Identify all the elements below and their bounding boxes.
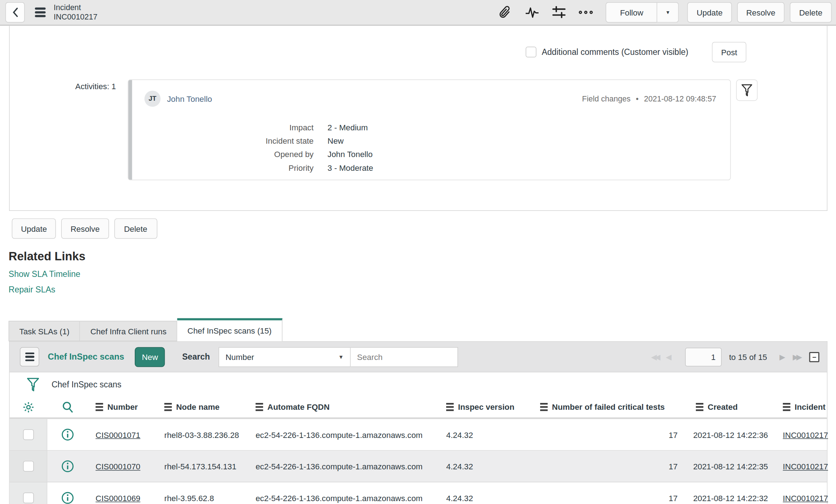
column-header-node-name[interactable]: Node name	[156, 403, 247, 412]
scan-number-link[interactable]: CIS0001069	[96, 494, 141, 503]
column-label: Number	[107, 403, 138, 412]
page-number-input[interactable]	[685, 347, 721, 366]
resolve-button-bottom[interactable]: Resolve	[61, 218, 109, 239]
related-lists-tabs: Task SLAs (1) Chef Infra Client runs Che…	[9, 318, 836, 341]
search-input[interactable]	[350, 347, 458, 367]
funnel-icon	[741, 84, 753, 97]
field-label: Priority	[214, 163, 314, 172]
row-checkbox[interactable]	[23, 429, 34, 440]
created-cell: 2021-08-12 14:22:36	[685, 430, 776, 439]
back-button[interactable]	[5, 2, 25, 22]
column-label: Number of failed critical tests	[552, 403, 665, 412]
personalize-form-button[interactable]	[550, 3, 568, 22]
delete-button-bottom[interactable]: Delete	[114, 218, 157, 239]
next-page-button[interactable]: ▶	[776, 352, 789, 361]
activity-stream-button[interactable]	[523, 3, 542, 22]
caret-down-icon: ▼	[665, 10, 670, 15]
column-header-inspec-version[interactable]: Inspec version	[438, 403, 532, 412]
field-label: Impact	[214, 123, 314, 132]
header-actions: Update Resolve Delete	[682, 2, 832, 22]
failed-critical-tests-cell: 17	[532, 494, 685, 503]
hamburger-icon	[25, 352, 34, 361]
record-type: Incident	[54, 3, 98, 12]
resolve-button[interactable]: Resolve	[737, 2, 784, 22]
activity-user-name: John Tonello	[167, 94, 212, 103]
more-options-button[interactable]	[577, 3, 595, 22]
field-value: 3 - Moderate	[328, 163, 716, 172]
inspec-version-cell: 4.24.32	[438, 462, 532, 471]
activity-filter-button[interactable]	[736, 79, 758, 101]
update-button-bottom[interactable]: Update	[12, 218, 56, 239]
column-header-automate-fqdn[interactable]: Automate FQDN	[247, 403, 438, 412]
column-label: Node name	[176, 403, 219, 412]
row-preview-button[interactable]	[47, 428, 87, 441]
column-label: Inspec version	[458, 403, 514, 412]
collapse-list-button[interactable]: −	[809, 352, 819, 362]
follow-button[interactable]: Follow	[606, 2, 658, 22]
show-sla-timeline-link[interactable]: Show SLA Timeline	[9, 269, 80, 279]
column-header-number[interactable]: Number	[87, 403, 156, 412]
search-field-select[interactable]: Number ▼	[219, 347, 351, 367]
field-label: Opened by	[214, 150, 314, 159]
incident-link[interactable]: INC0010217	[783, 462, 828, 471]
column-header-incident[interactable]: Incident	[776, 403, 827, 412]
hamburger-icon	[35, 8, 46, 17]
column-header-failed-critical-tests[interactable]: Number of failed critical tests	[532, 403, 685, 412]
magnifier-icon	[61, 400, 74, 413]
pulse-icon	[525, 6, 539, 19]
additional-comments-label: Additional comments (Customer visible)	[542, 47, 688, 57]
search-rows-button[interactable]	[47, 400, 87, 413]
scan-number-link[interactable]: CIS0001071	[96, 430, 141, 439]
automate-fqdn-cell: ec2-54-226-1-136.compute-1.amazonaws.com	[247, 430, 438, 439]
delete-button[interactable]: Delete	[790, 2, 832, 22]
table-row: CIS0001071 rhel8-03-3.88.236.28 ec2-54-2…	[10, 419, 827, 451]
column-menu-icon	[255, 403, 263, 411]
column-header-created[interactable]: Created	[685, 403, 776, 412]
additional-comments-row: Additional comments (Customer visible) P…	[10, 42, 827, 62]
column-menu-icon	[164, 403, 172, 411]
list-settings-button[interactable]	[10, 400, 47, 413]
first-page-button[interactable]: ◀◀	[647, 352, 662, 361]
info-icon	[61, 428, 74, 441]
previous-page-button[interactable]: ◀	[662, 352, 675, 361]
paperclip-icon	[499, 5, 512, 19]
tab-chef-inspec-scans[interactable]: Chef InSpec scans (15)	[177, 318, 283, 341]
attachment-button[interactable]	[496, 3, 515, 22]
column-label: Automate FQDN	[267, 403, 329, 412]
additional-comments-checkbox[interactable]	[526, 47, 536, 57]
list-title-link[interactable]: Chef InSpec scans	[48, 352, 124, 362]
new-record-button[interactable]: New	[135, 347, 165, 367]
field-label: Incident state	[214, 136, 314, 145]
scan-number-link[interactable]: CIS0001070	[96, 462, 141, 471]
column-menu-icon	[696, 403, 703, 411]
last-page-button[interactable]: ▶▶	[789, 352, 804, 361]
row-preview-button[interactable]	[47, 491, 87, 504]
incident-link[interactable]: INC0010217	[783, 494, 828, 503]
list-context-menu-button[interactable]	[20, 347, 39, 367]
activity-timestamp: 2021-08-12 09:48:57	[644, 95, 716, 103]
follow-dropdown-button[interactable]: ▼	[658, 2, 679, 22]
column-menu-icon	[96, 403, 103, 411]
field-value: 2 - Medium	[328, 123, 716, 132]
list-toolbar: Chef InSpec scans New Search Number ▼ ◀◀…	[10, 342, 827, 373]
form-actions: Update Resolve Delete	[12, 218, 836, 239]
failed-critical-tests-cell: 17	[532, 462, 685, 471]
inspec-version-cell: 4.24.32	[438, 494, 532, 503]
row-checkbox[interactable]	[23, 461, 34, 472]
incident-link[interactable]: INC0010217	[783, 430, 828, 439]
filter-breadcrumb: Chef InSpec scans	[52, 379, 121, 389]
table-row: CIS0001069 rhel-3.95.62.8 ec2-54-226-1-1…	[10, 482, 827, 504]
row-checkbox[interactable]	[23, 492, 34, 503]
row-preview-button[interactable]	[47, 460, 87, 473]
column-menu-icon	[446, 403, 454, 411]
repair-slas-link[interactable]: Repair SLAs	[9, 285, 55, 295]
funnel-icon[interactable]	[26, 377, 40, 392]
post-button[interactable]: Post	[712, 42, 746, 62]
context-menu-button[interactable]	[32, 4, 48, 21]
update-button[interactable]: Update	[688, 2, 732, 22]
activity-entry: JT John Tonello Field changes • 2021-08-…	[128, 79, 731, 180]
tab-chef-infra-client-runs[interactable]: Chef Infra Client runs	[80, 321, 177, 341]
created-cell: 2021-08-12 14:22:35	[685, 462, 776, 471]
tab-task-slas[interactable]: Task SLAs (1)	[9, 321, 80, 341]
related-links-title: Related Links	[9, 249, 836, 264]
